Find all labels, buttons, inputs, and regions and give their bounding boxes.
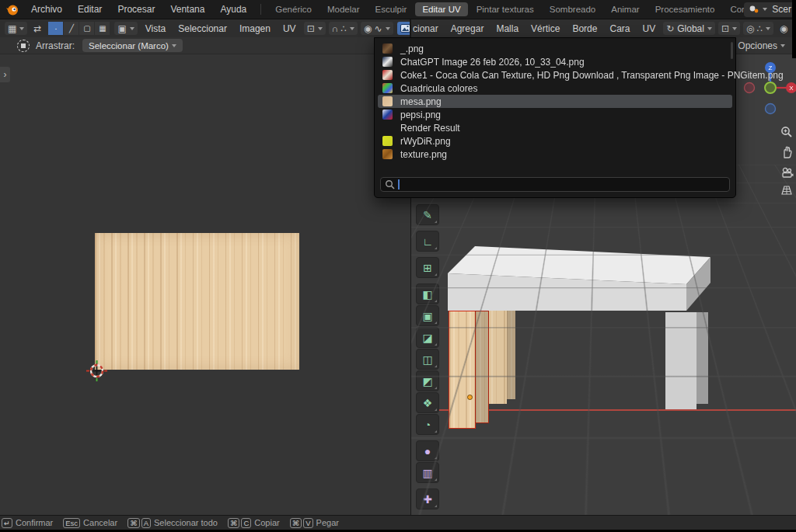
workspace-tab[interactable]: Sombreado [543,2,602,16]
workspace-tab[interactable]: Animar [604,2,646,16]
header-menu-item[interactable]: Vista [139,23,172,34]
image-thumbnail [382,110,393,120]
header-menu-item[interactable]: Borde [566,23,603,34]
uv-image-mesa[interactable] [95,233,299,370]
loop-cut-tool-icon: ◫ [422,354,432,365]
image-list-item[interactable]: rWyDiR.png [378,134,732,148]
dropdown-scrollbar[interactable] [731,42,733,59]
vp-pivot-dropdown[interactable]: ⊡ [718,22,740,35]
uv-select-mode-button[interactable]: ▦ [95,22,110,35]
workspace-tab[interactable]: Genérico [268,2,319,16]
camera-view-button[interactable] [777,163,796,182]
editor-type-dropdown[interactable]: ▦ [5,22,27,35]
uv-proportional-dropdown[interactable]: ◉ ∿ [361,22,393,35]
options-button[interactable]: Opciones [738,40,777,51]
header-menu-item[interactable]: Agregar [445,23,491,34]
uv-editor-canvas[interactable]: › [0,54,410,515]
image-list-item[interactable]: pepsi.png [378,108,732,121]
menubar-item[interactable]: Ayuda [212,0,254,19]
image-list-item[interactable]: mesa.png [378,95,732,108]
uv-snap-dropdown[interactable]: ∩ ∴ [329,22,358,35]
inset-faces-tool-button[interactable]: ▣ [416,305,439,326]
header-menu-item[interactable]: Imagen [233,23,277,34]
scene-selector[interactable]: Scer [744,2,796,17]
zoom-tool-button[interactable] [777,123,796,141]
smooth-tool-button[interactable]: ● [416,440,439,461]
sticky-selection-dropdown[interactable]: ▣ [114,22,137,35]
spin-tool-button[interactable]: ◔ [416,414,439,435]
image-list-item[interactable]: Cuadricula colores [378,82,732,95]
header-menu-item[interactable]: Malla [490,23,525,34]
uv-2d-cursor[interactable] [86,360,107,381]
falloff-icon: ◉ [364,24,372,33]
gizmo-minus-z-ball [766,104,776,114]
orientation-axes-icon: ↻ [666,24,674,33]
poly-build-tool-button[interactable]: ❖ [416,392,439,413]
drag-mode-dropdown[interactable]: Seleccionar (Marco) [82,39,183,52]
workspace-tab[interactable]: Componer [723,2,744,16]
uv-select-mode-button[interactable]: ╱ [64,22,79,35]
bevel-tool-button[interactable]: ◪ [416,327,439,348]
header-menu-item[interactable]: Cara [603,23,636,34]
workspace-tab[interactable]: Pintar texturas [470,2,541,16]
uv-editor-icon: ▦ [8,24,16,33]
image-browse-dropdown: _.pngChatGPT Image 26 feb 2026, 10_33_04… [374,37,736,198]
uv-pivot-dropdown[interactable]: ⊡ [304,22,326,35]
uv-sync-toggle[interactable]: ⇄ [30,22,44,35]
image-list-item[interactable]: _.png [378,42,732,55]
header-menu-item[interactable]: Vértice [525,23,566,34]
projection-toggle-button[interactable] [777,181,796,200]
table-leg-selected[interactable] [449,311,492,429]
knife-tool-button[interactable]: ◩ [416,370,439,391]
header-menu-item[interactable]: UV [277,23,302,34]
sidebar-toggle[interactable]: › [0,67,10,82]
uv-select-mode-button[interactable]: ∙ [48,22,63,35]
image-name: Coke1 - Coca Cola Can Texture, HD Png Do… [400,70,784,81]
blender-logo-icon[interactable] [5,3,19,16]
chevron-down-icon [130,27,134,30]
search-input[interactable] [400,179,725,190]
menubar-item[interactable]: Ventana [162,0,212,19]
statusbar-hint-label: Cancelar [83,518,117,527]
select-menu-clipped[interactable]: cionar [411,23,445,34]
navigation-gizmo[interactable]: Z X [742,54,796,120]
workspace-tab[interactable]: Editar UV [415,2,467,16]
measure-tool-button[interactable]: ∟ [416,231,439,252]
header-menu-item[interactable]: Seleccionar [172,23,233,34]
chevron-down-icon [766,27,770,30]
uv-select-mode-button[interactable]: ▢ [79,22,94,35]
extrude-tool-icon: ◧ [422,289,432,300]
extrude-tool-button[interactable]: ◧ [416,283,439,304]
search-icon [385,179,395,190]
loop-cut-tool-button[interactable]: ◫ [416,349,439,370]
workspace-tab[interactable]: Procesamiento [648,2,722,16]
pan-tool-button[interactable] [777,143,796,162]
transform-orientation-dropdown[interactable]: ↻ Global [663,22,715,35]
vp-falloff-button[interactable]: ◉ [777,22,791,35]
image-list-item[interactable]: Render Result [378,121,732,134]
key-icon: ⌘ [228,518,240,528]
workspace-tab[interactable]: Modelar [320,2,367,16]
table-leg-front-right[interactable] [665,312,708,409]
vp-proportional-dropdown[interactable]: ◎ ∴ [743,22,773,35]
image-search-box[interactable] [380,177,730,192]
uv-menu-group: VistaSeleccionarImagenUV [139,23,302,34]
image-list-item[interactable]: Coke1 - Coca Cola Can Texture, HD Png Do… [378,68,732,82]
transform-tool-button[interactable]: ✚ [416,489,439,509]
image-list-item[interactable]: texture.png [378,148,732,161]
image-name: rWyDiR.png [400,136,451,147]
edge-slide-tool-button[interactable]: ▥ [416,462,439,483]
statusbar-hint-label: Seleccionar todo [154,518,218,527]
bevel-tool-icon: ◪ [422,332,432,343]
menubar-item[interactable]: Editar [70,0,110,19]
image-thumbnail [382,136,393,146]
browse-image-button[interactable] [397,22,411,35]
snap-target-icon: ∴ [340,24,347,33]
annotate-tool-button[interactable]: ✎ [416,204,439,225]
workspace-tab[interactable]: Esculpir [368,2,414,16]
menubar-item[interactable]: Procesar [110,0,162,19]
menubar-item[interactable]: Archivo [23,0,70,19]
image-list-item[interactable]: ChatGPT Image 26 feb 2026, 10_33_04.png [378,55,732,68]
header-menu-item[interactable]: UV [636,23,662,34]
add-cube-tool-button[interactable]: ⊞ [416,257,439,278]
